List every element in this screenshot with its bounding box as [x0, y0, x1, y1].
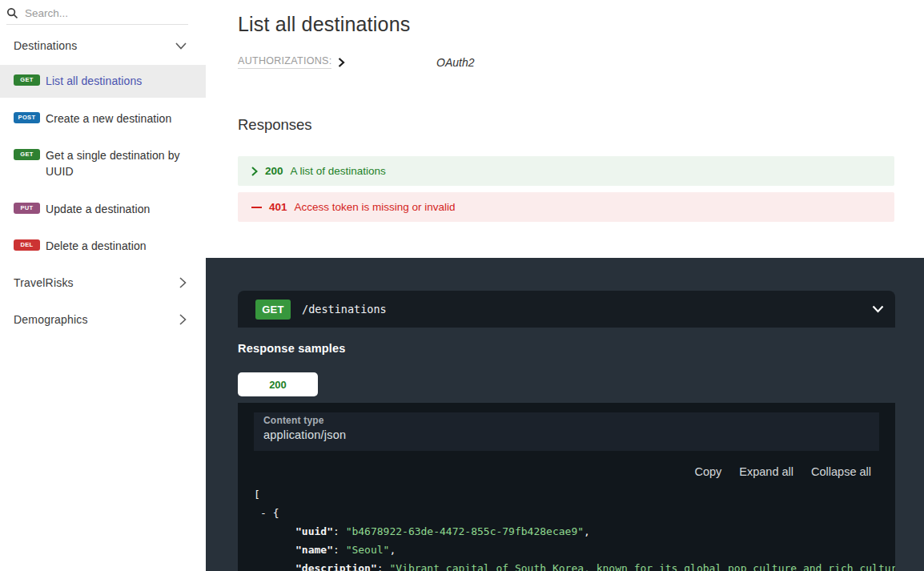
sidebar-item-label: List all destinations: [46, 74, 142, 87]
content-type-select[interactable]: Content type application/json: [254, 412, 879, 451]
chevron-down-icon: [175, 42, 187, 50]
sidebar-item-label: Get a single destination by UUID: [46, 149, 180, 178]
search-input[interactable]: [25, 7, 185, 19]
method-badge-post: POST: [14, 112, 40, 123]
expand-all-button[interactable]: Expand all: [739, 465, 793, 478]
copy-button[interactable]: Copy: [694, 465, 721, 478]
sidebar-item-list-all-destinations[interactable]: GET List all destinations: [0, 65, 206, 98]
sidebar: Destinations GET List all destinations P…: [0, 0, 206, 571]
response-row-401[interactable]: 401 Access token is missing or invalid: [238, 192, 894, 222]
code-line: - {: [254, 504, 895, 522]
sidebar-group-travelrisks[interactable]: TravelRisks: [0, 271, 206, 294]
code-token: "uuid": [295, 525, 333, 537]
response-code: 200: [265, 165, 283, 177]
responses-heading: Responses: [238, 116, 312, 134]
code-token: "b4678922-63de-4472-855c-79fb428ecae9": [346, 525, 584, 537]
response-samples-heading: Response samples: [238, 342, 346, 355]
response-row-200[interactable]: 200 A list of destinations: [238, 156, 894, 186]
code-sample-panel: Content type application/json Copy Expan…: [238, 403, 895, 571]
authorizations-label: AUTHORIZATIONS:: [238, 55, 331, 69]
code-line: "name": "Seoul",: [254, 541, 895, 559]
search-icon: [6, 7, 18, 19]
sidebar-group-demographics[interactable]: Demographics: [0, 308, 206, 331]
response-description: Access token is missing or invalid: [295, 201, 456, 213]
code-actions: Copy Expand all Collapse all: [694, 465, 871, 478]
response-code: 401: [269, 201, 287, 213]
api-docs-page: Destinations GET List all destinations P…: [0, 0, 924, 571]
method-badge-get: GET: [14, 149, 40, 160]
code-token: :: [377, 562, 390, 571]
samples-panel: GET /destinations Response samples 200 C…: [206, 258, 924, 571]
chevron-right-icon[interactable]: [338, 58, 345, 67]
sidebar-item-create-destination[interactable]: POST Create a new destination: [0, 103, 206, 135]
code-lines: [- {"uuid": "b4678922-63de-4472-855c-79f…: [254, 485, 895, 571]
code-token: {: [273, 507, 279, 519]
sidebar-item-label: Delete a destination: [46, 239, 147, 252]
code-token: "name": [295, 544, 333, 556]
sidebar-item-get-single-destination[interactable]: GET Get a single destination by UUID: [0, 139, 206, 187]
code-token: -: [260, 507, 273, 519]
no-expand-dash-icon: [251, 207, 262, 208]
http-method-badge: GET: [255, 300, 291, 320]
sidebar-group-label: Demographics: [14, 313, 88, 326]
method-badge-get: GET: [14, 74, 40, 86]
endpoint-path: /destinations: [302, 303, 387, 316]
method-badge-put: PUT: [14, 203, 40, 214]
authorization-scheme[interactable]: OAuth2: [436, 56, 474, 69]
code-line: "description": "Vibrant capital of South…: [254, 559, 895, 571]
response-description: A list of destinations: [291, 165, 386, 177]
operation-content: List all destinations AUTHORIZATIONS: OA…: [206, 0, 924, 258]
sidebar-item-label: Create a new destination: [46, 112, 171, 125]
code-token: :: [333, 544, 346, 556]
sidebar-item-update-destination[interactable]: PUT Update a destination: [0, 193, 206, 225]
chevron-down-icon[interactable]: [872, 305, 884, 313]
chevron-right-icon: [179, 277, 187, 288]
code-token: [: [254, 489, 260, 501]
content-type-label: Content type: [263, 415, 879, 426]
code-token: "description": [295, 562, 377, 571]
sidebar-group-label: TravelRisks: [14, 276, 74, 289]
code-token: ,: [389, 544, 396, 556]
method-badge-del: DEL: [14, 239, 40, 251]
sidebar-group-label: Destinations: [14, 39, 77, 52]
code-token: "Vibrant capital of South Korea, known f…: [389, 562, 895, 571]
sidebar-item-label: Update a destination: [46, 203, 150, 215]
collapse-all-button[interactable]: Collapse all: [811, 465, 871, 478]
sample-tab-200[interactable]: 200: [238, 372, 318, 396]
authorizations-row: AUTHORIZATIONS: OAuth2: [238, 55, 345, 69]
expand-chevron-icon: [251, 167, 258, 176]
code-line: "uuid": "b4678922-63de-4472-855c-79fb428…: [254, 522, 895, 541]
code-token: :: [333, 525, 346, 537]
code-token: ,: [584, 525, 590, 537]
code-token: "Seoul": [346, 544, 390, 556]
content-type-value: application/json: [263, 428, 879, 441]
endpoint-bar[interactable]: GET /destinations: [238, 291, 895, 328]
code-line: [: [254, 485, 895, 504]
sidebar-item-delete-destination[interactable]: DEL Delete a destination: [0, 230, 206, 262]
sidebar-group-destinations[interactable]: Destinations: [0, 36, 206, 55]
page-title: List all destinations: [238, 13, 410, 36]
search-box[interactable]: [0, 3, 206, 22]
search-divider: [6, 24, 188, 25]
chevron-right-icon: [179, 314, 187, 325]
